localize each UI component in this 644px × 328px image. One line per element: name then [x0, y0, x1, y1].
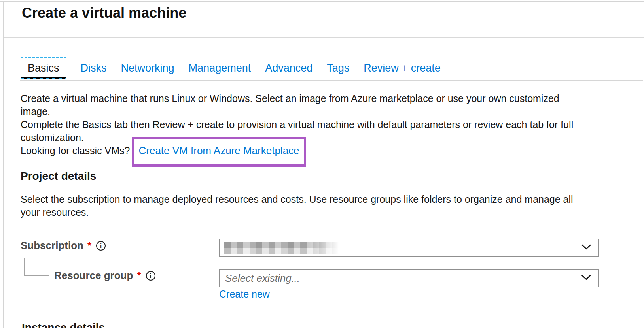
resource-group-required-marker: * — [137, 270, 141, 282]
resource-group-field-label: Resource group * i — [54, 270, 155, 282]
tab-review-create-label: Review + create — [364, 62, 440, 74]
tab-bar: Basics Disks Networking Management Advan… — [21, 57, 441, 79]
chevron-down-icon — [581, 244, 591, 252]
intro-line: Complete the Basics tab then Review + cr… — [21, 118, 573, 131]
info-icon[interactable]: i — [96, 241, 106, 251]
project-details-heading: Project details — [21, 170, 96, 183]
intro-line: Create a virtual machine that runs Linux… — [21, 92, 573, 105]
resource-group-dropdown[interactable]: Select existing... — [219, 269, 599, 287]
intro-text: Create a virtual machine that runs Linux… — [21, 92, 573, 157]
intro-line-classic-vms: Looking for classic VMs?Create VM from A… — [21, 144, 573, 157]
top-border-line — [0, 1, 644, 2]
tab-tags[interactable]: Tags — [327, 62, 349, 74]
project-details-description: Select the subscription to manage deploy… — [21, 193, 573, 219]
resource-group-label-text: Resource group — [54, 270, 133, 282]
tab-basics[interactable]: Basics — [21, 57, 66, 79]
subscription-required-marker: * — [87, 239, 91, 252]
resource-group-placeholder: Select existing... — [220, 270, 598, 287]
intro-line: image. — [21, 105, 573, 118]
chevron-down-icon — [581, 275, 591, 282]
tab-management-label: Management — [189, 62, 251, 74]
project-details-description-line: Select the subscription to manage deploy… — [21, 193, 573, 206]
tab-advanced[interactable]: Advanced — [265, 62, 313, 74]
tab-basics-label: Basics — [28, 62, 59, 74]
tab-tags-label: Tags — [327, 62, 349, 74]
active-tab-underline — [21, 77, 66, 79]
tab-disks[interactable]: Disks — [81, 62, 107, 74]
field-tree-connector-vertical — [24, 258, 25, 276]
info-icon[interactable]: i — [146, 271, 155, 281]
field-tree-connector-horizontal — [24, 275, 49, 276]
create-new-resource-group-link[interactable]: Create new — [219, 288, 270, 300]
project-details-description-line: your resources. — [21, 206, 573, 219]
tab-networking-label: Networking — [121, 62, 174, 74]
page-title: Create a virtual machine — [22, 5, 186, 21]
subscription-value-redacted — [224, 242, 341, 254]
tab-review-create[interactable]: Review + create — [364, 62, 440, 74]
instance-details-heading: Instance details — [22, 321, 105, 328]
create-vm-page: Create a virtual machine Basics Disks Ne… — [0, 0, 644, 328]
tab-disks-label: Disks — [81, 62, 107, 74]
tab-divider-line — [20, 80, 643, 81]
create-vm-marketplace-link[interactable]: Create VM from Azure Marketplace — [139, 145, 299, 156]
tab-networking[interactable]: Networking — [121, 62, 174, 74]
subscription-dropdown[interactable] — [219, 239, 599, 257]
left-border-line — [3, 1, 4, 328]
intro-line: customization. — [21, 131, 573, 144]
subscription-label-text: Subscription — [21, 239, 83, 252]
subscription-field-label: Subscription * i — [21, 239, 106, 252]
tab-management[interactable]: Management — [189, 62, 251, 74]
tab-advanced-label: Advanced — [265, 62, 313, 74]
classic-vms-question: Looking for classic VMs? — [21, 145, 130, 156]
header-divider-line — [4, 37, 644, 38]
